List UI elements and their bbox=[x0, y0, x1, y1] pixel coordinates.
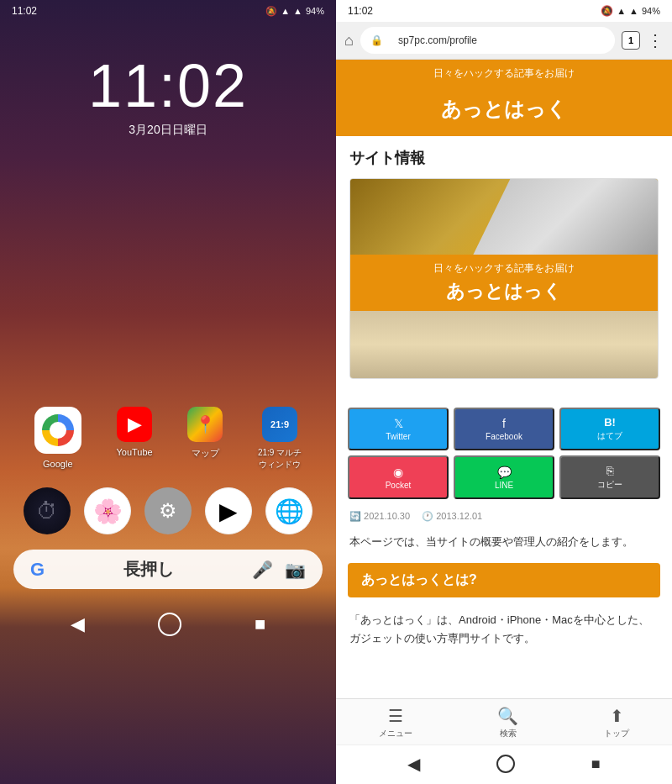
pocket-button[interactable]: ◉ Pocket bbox=[348, 455, 449, 499]
twitter-icon: 𝕏 bbox=[394, 417, 403, 430]
site-card-name: あっとはっく bbox=[364, 279, 644, 304]
left-status-icons: 🔕 ▲ ▲ 94% bbox=[265, 6, 324, 17]
menu-label: メニュー bbox=[379, 728, 412, 739]
left-nav-bar: ◀ ■ bbox=[0, 601, 336, 648]
hatena-button[interactable]: B! はてブ bbox=[559, 408, 660, 450]
playstore-icon: ▶ bbox=[219, 497, 238, 525]
recent-button[interactable]: ■ bbox=[255, 613, 265, 635]
app-grid: Google ▶ YouTube 📍 マップ 21:9 21:9 マルチ ウィン… bbox=[0, 407, 336, 471]
camera-icon: ⏱ bbox=[36, 498, 58, 524]
app-camera[interactable]: ⏱ bbox=[24, 487, 71, 534]
browser-back-button[interactable]: ◀ bbox=[407, 754, 420, 774]
browser-content[interactable]: 日々をハックする記事をお届け あっとはっく サイト情報 日々をハックする記事をお… bbox=[336, 60, 672, 698]
left-panel: 11:02 🔕 ▲ ▲ 94% 11:02 3月20日日曜日 Google ▶ … bbox=[0, 0, 336, 784]
created-date: 🕐 2013.12.01 bbox=[422, 511, 482, 522]
youtube-icon: ▶ bbox=[117, 407, 152, 442]
lens-icon[interactable]: 📷 bbox=[285, 560, 306, 580]
site-info-section: サイト情報 日々をハックする記事をお届け あっとはっく bbox=[336, 136, 672, 399]
section-heading: あっとはっくとは? bbox=[348, 563, 660, 597]
browser-nav-bar: ◀ ■ bbox=[336, 745, 672, 784]
site-header-subtitle-top: 日々をハックする記事をお届け bbox=[349, 66, 659, 81]
back-button[interactable]: ◀ bbox=[71, 613, 85, 635]
tab-count[interactable]: 1 bbox=[622, 31, 640, 50]
line-icon: 💬 bbox=[497, 466, 512, 479]
search-bar-right-icons: 🎤 📷 bbox=[252, 560, 306, 580]
google-icon bbox=[34, 407, 81, 454]
top-label: トップ bbox=[604, 728, 629, 739]
clock-area: 11:02 3月20日日曜日 bbox=[0, 55, 336, 138]
site-card-subtitle: 日々をハックする記事をお届け bbox=[364, 261, 644, 276]
pocket-icon: ◉ bbox=[393, 466, 403, 479]
long-press-label: 長押し bbox=[45, 558, 252, 581]
facebook-icon: f bbox=[502, 417, 506, 430]
site-card-image-top bbox=[350, 179, 658, 255]
maps-label: マップ bbox=[192, 447, 219, 460]
url-input[interactable] bbox=[388, 30, 605, 50]
app-chrome[interactable]: 🌐 bbox=[265, 487, 312, 534]
copy-label: コピー bbox=[597, 479, 622, 491]
google-search-logo: G bbox=[30, 559, 45, 581]
left-time: 11:02 bbox=[12, 5, 37, 17]
line-label: LINE bbox=[495, 481, 513, 490]
site-header-main: あっとはっく bbox=[336, 87, 672, 136]
wifi-icon: ▲ bbox=[281, 6, 290, 16]
maps-icon: 📍 bbox=[187, 407, 223, 442]
home-page-button[interactable]: ⌂ bbox=[344, 32, 354, 50]
battery-icon: 94% bbox=[306, 6, 324, 16]
site-card-overlay: 日々をハックする記事をお届け あっとはっく bbox=[350, 255, 658, 311]
lock-icon: 🔒 bbox=[370, 34, 383, 46]
copy-icon: ⎘ bbox=[606, 464, 613, 477]
app-maps[interactable]: 📍 マップ bbox=[187, 407, 223, 460]
browser-time: 11:02 bbox=[348, 5, 373, 17]
site-header-mini: 日々をハックする記事をお届け bbox=[336, 60, 672, 87]
social-row-1: 𝕏 Twitter f Facebook B! はてブ bbox=[348, 408, 660, 450]
line-button[interactable]: 💬 LINE bbox=[454, 455, 554, 499]
address-bar: ⌂ 🔒 1 ⋮ bbox=[336, 22, 672, 60]
mute-icon: 🔕 bbox=[265, 6, 277, 17]
youtube-label: YouTube bbox=[116, 447, 152, 457]
nav-menu[interactable]: ☰ メニュー bbox=[379, 706, 412, 739]
updated-date: 🔄 2021.10.30 bbox=[349, 511, 410, 522]
app-google[interactable]: Google bbox=[34, 407, 81, 469]
signal-icon: ▲ bbox=[293, 6, 302, 16]
nav-top[interactable]: ⬆ トップ bbox=[604, 706, 629, 739]
copy-button[interactable]: ⎘ コピー bbox=[559, 455, 660, 499]
app-multitask[interactable]: 21:9 21:9 マルチ ウィンドウ bbox=[258, 407, 302, 471]
facebook-button[interactable]: f Facebook bbox=[454, 408, 554, 450]
nav-search[interactable]: 🔍 検索 bbox=[497, 706, 518, 739]
app-settings[interactable]: ⚙ bbox=[144, 487, 192, 534]
left-status-bar: 11:02 🔕 ▲ ▲ 94% bbox=[0, 0, 336, 22]
mic-icon[interactable]: 🎤 bbox=[252, 560, 273, 580]
right-panel: 11:02 🔕 ▲ ▲ 94% ⌂ 🔒 1 ⋮ 日々をハックする記事をお届け あ… bbox=[336, 0, 672, 784]
app-playstore[interactable]: ▶ bbox=[205, 487, 252, 534]
site-about-text: 「あっとはっく」は、Android・iPhone・Macを中心とした、ガジェット… bbox=[336, 606, 672, 660]
clock-time: 11:02 bbox=[88, 55, 248, 116]
browser-battery-icon: 94% bbox=[642, 6, 660, 16]
browser-status-bar: 11:02 🔕 ▲ ▲ 94% bbox=[336, 0, 672, 22]
post-meta: 🔄 2021.10.30 🕐 2013.12.01 bbox=[336, 504, 672, 529]
home-button[interactable] bbox=[158, 613, 181, 636]
search-bar-container: G 長押し 🎤 📷 bbox=[13, 550, 323, 589]
hatena-label: はてブ bbox=[597, 430, 622, 442]
search-label: 検索 bbox=[500, 728, 517, 739]
settings-icon: ⚙ bbox=[159, 499, 177, 523]
more-options-button[interactable]: ⋮ bbox=[647, 30, 664, 50]
dock-row: ⏱ 🌸 ⚙ ▶ 🌐 bbox=[0, 487, 336, 534]
site-card-image-bottom bbox=[350, 311, 658, 378]
browser-recent-button[interactable]: ■ bbox=[591, 755, 601, 773]
browser-home-button[interactable] bbox=[496, 755, 515, 773]
twitter-label: Twitter bbox=[386, 432, 410, 441]
app-youtube[interactable]: ▶ YouTube bbox=[116, 407, 152, 457]
twitter-button[interactable]: 𝕏 Twitter bbox=[348, 408, 449, 450]
clock-date: 3月20日日曜日 bbox=[129, 123, 207, 138]
chrome-icon: 🌐 bbox=[275, 497, 304, 525]
menu-icon: ☰ bbox=[388, 706, 403, 726]
site-header-title: あっとはっく bbox=[349, 96, 659, 123]
browser-mute-icon: 🔕 bbox=[601, 5, 613, 17]
search-bar[interactable]: G 長押し 🎤 📷 bbox=[13, 550, 323, 589]
facebook-label: Facebook bbox=[486, 432, 522, 441]
hatena-icon: B! bbox=[604, 416, 616, 429]
app-photos[interactable]: 🌸 bbox=[84, 487, 131, 534]
search-icon: 🔍 bbox=[497, 706, 518, 726]
multitask-label: 21:9 マルチ ウィンドウ bbox=[258, 447, 302, 471]
